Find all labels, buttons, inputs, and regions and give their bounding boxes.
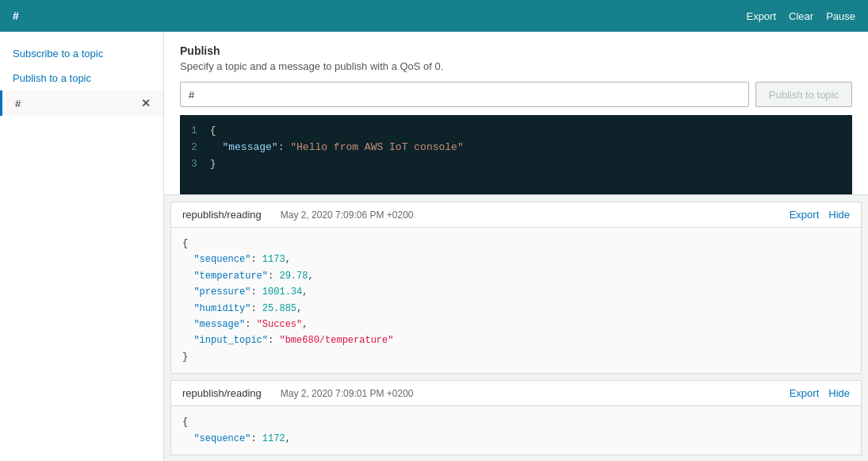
- sidebar-subscription-item: # ✕: [0, 90, 163, 116]
- publish-title: Publish: [180, 44, 852, 57]
- clear-button[interactable]: Clear: [789, 10, 813, 22]
- messages-container: republish/reading May 2, 2020 7:09:06 PM…: [164, 202, 868, 461]
- message-timestamp-2: May 2, 2020 7:09:01 PM +0200: [281, 388, 414, 399]
- message-hide-button-2[interactable]: Hide: [828, 387, 850, 399]
- message-body: { "sequence": 1173, "temperature": 29.78…: [171, 228, 861, 373]
- message-hide-button[interactable]: Hide: [828, 209, 850, 221]
- message-body-2: { "sequence": 1172,: [171, 406, 861, 455]
- message-card-header: republish/reading May 2, 2020 7:09:06 PM…: [171, 202, 861, 228]
- message-export-button[interactable]: Export: [790, 209, 820, 221]
- subscription-label: #: [15, 98, 141, 109]
- content-area: Publish Specify a topic and a message to…: [164, 32, 868, 461]
- message-card-actions: Export Hide: [790, 209, 850, 221]
- subscribe-link[interactable]: Subscribe to a topic: [0, 41, 163, 66]
- message-export-button-2[interactable]: Export: [790, 387, 820, 399]
- publish-section: Publish Specify a topic and a message to…: [164, 32, 868, 195]
- pause-button[interactable]: Pause: [826, 10, 855, 22]
- header-actions: Export Clear Pause: [746, 10, 855, 22]
- message-topic: republish/reading: [182, 209, 262, 221]
- message-timestamp: May 2, 2020 7:09:06 PM +0200: [281, 209, 414, 221]
- code-content[interactable]: { "message": "Hello from AWS IoT console…: [210, 123, 841, 186]
- code-editor: 1 2 3 { "message": "Hello from AWS IoT c…: [180, 115, 852, 194]
- message-card-header-2: republish/reading May 2, 2020 7:09:01 PM…: [171, 381, 861, 406]
- publish-to-topic-button[interactable]: Publish to topic: [755, 82, 852, 107]
- publish-link[interactable]: Publish to a topic: [0, 66, 163, 90]
- topic-input[interactable]: [180, 82, 749, 107]
- sidebar: Subscribe to a topic Publish to a topic …: [0, 32, 164, 461]
- export-button[interactable]: Export: [746, 10, 776, 22]
- code-line-numbers: 1 2 3: [191, 123, 197, 186]
- publish-topic-row: Publish to topic: [180, 82, 852, 107]
- message-topic-2: republish/reading: [182, 387, 262, 399]
- message-card: republish/reading May 2, 2020 7:09:06 PM…: [170, 202, 862, 374]
- header-topic-title: #: [13, 10, 19, 22]
- message-card-2: republish/reading May 2, 2020 7:09:01 PM…: [170, 380, 862, 455]
- publish-description: Specify a topic and a message to publish…: [180, 60, 852, 72]
- top-header: # Export Clear Pause: [0, 0, 868, 32]
- main-layout: Subscribe to a topic Publish to a topic …: [0, 32, 868, 461]
- message-card-actions-2: Export Hide: [790, 387, 850, 399]
- close-subscription-button[interactable]: ✕: [141, 97, 151, 109]
